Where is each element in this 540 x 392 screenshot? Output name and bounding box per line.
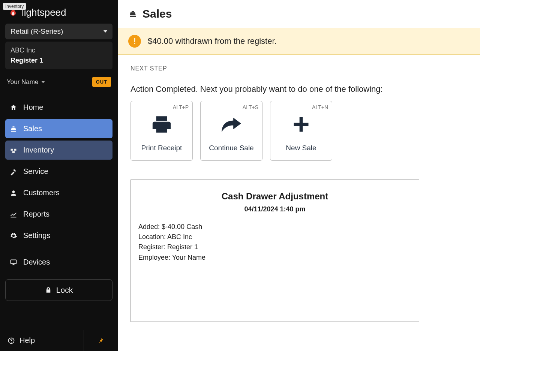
lock-button[interactable]: Lock <box>5 279 112 301</box>
register-icon <box>128 9 137 18</box>
chevron-down-icon <box>41 81 45 83</box>
help-icon <box>8 337 15 344</box>
register-name: Register 1 <box>10 55 107 66</box>
brand-name: lightspeed <box>22 7 66 18</box>
lock-label: Lock <box>56 286 73 295</box>
nav-label: Settings <box>23 231 50 240</box>
receipt-details: Added: $-40.00 Cash Location: ABC Inc Re… <box>138 222 411 262</box>
help-label: Help <box>20 336 35 345</box>
shortcut-label: ALT+P <box>173 104 189 110</box>
product-selector-label: Retail (R-Series) <box>10 27 63 36</box>
nav-home[interactable]: Home <box>5 98 112 117</box>
sidebar: Inventory lightspeed Retail (R-Series) A… <box>0 0 118 351</box>
nav-sales[interactable]: Sales <box>5 119 112 138</box>
printer-icon <box>151 105 172 144</box>
nav-label: Inventory <box>23 146 54 154</box>
receipt-datetime: 04/11/2024 1:40 pm <box>138 205 411 213</box>
svg-point-3 <box>12 190 15 193</box>
receipt-line-added: Added: $-40.00 Cash <box>138 222 411 232</box>
user-icon <box>10 189 18 197</box>
tooltip-inventory: Inventory <box>3 3 26 10</box>
divider <box>0 94 118 94</box>
forward-arrow-icon <box>220 105 243 144</box>
svg-rect-2 <box>12 151 15 153</box>
page-title: Sales <box>142 7 172 20</box>
monitor-icon <box>10 259 18 266</box>
clock-out-button[interactable]: OUT <box>92 77 111 87</box>
boxes-icon <box>10 147 18 154</box>
nav-label: Service <box>23 167 48 176</box>
nav-inventory[interactable]: Inventory <box>5 141 112 160</box>
nav-label: Customers <box>23 189 60 197</box>
plus-icon <box>291 105 311 144</box>
nav-service[interactable]: Service <box>5 162 112 181</box>
help-button[interactable]: Help <box>0 330 84 351</box>
pin-icon <box>98 337 104 344</box>
content: NEXT STEP Action Completed. Next you pro… <box>118 55 480 332</box>
alert-text: $40.00 withdrawn from the register. <box>148 36 277 46</box>
nav-settings[interactable]: Settings <box>5 226 112 245</box>
bottom-row: Help <box>0 330 118 351</box>
print-receipt-button[interactable]: ALT+P Print Receipt <box>130 101 193 161</box>
action-description: Action Completed. Next you probably want… <box>130 84 467 94</box>
chevron-down-icon <box>104 30 107 33</box>
svg-rect-5 <box>11 260 16 263</box>
nav-label: Devices <box>23 258 50 266</box>
nav-label: Home <box>23 103 43 112</box>
pin-button[interactable] <box>84 331 118 350</box>
new-sale-button[interactable]: ALT+N New Sale <box>270 101 332 161</box>
shortcut-label: ALT+N <box>312 104 328 110</box>
nav: Home Sales Inventory Service Customers <box>0 98 118 274</box>
home-icon <box>10 104 18 111</box>
action-label: Print Receipt <box>141 144 182 157</box>
store-register-box[interactable]: ABC Inc Register 1 <box>5 42 112 69</box>
receipt-panel: Cash Drawer Adjustment 04/11/2024 1:40 p… <box>130 180 419 322</box>
register-icon <box>10 125 18 133</box>
store-name: ABC Inc <box>10 45 107 55</box>
receipt-line-register: Register: Register 1 <box>138 242 411 252</box>
svg-point-9 <box>11 342 12 343</box>
action-label: Continue Sale <box>209 144 254 157</box>
chart-icon <box>10 211 18 218</box>
shortcut-label: ALT+S <box>243 104 258 110</box>
section-label: NEXT STEP <box>130 65 467 76</box>
user-menu[interactable]: Your Name <box>7 78 45 86</box>
main: Sales ! $40.00 withdrawn from the regist… <box>118 0 480 351</box>
nav-customers[interactable]: Customers <box>5 183 112 202</box>
gear-icon <box>10 232 18 239</box>
svg-rect-1 <box>14 148 16 150</box>
user-row: Your Name OUT <box>5 73 112 92</box>
action-label: New Sale <box>286 144 316 157</box>
receipt-title: Cash Drawer Adjustment <box>138 191 411 202</box>
nav-label: Reports <box>23 210 50 218</box>
lock-icon <box>45 287 52 293</box>
page-header: Sales <box>118 0 480 28</box>
receipt-line-employee: Employee: Your Name <box>138 253 411 262</box>
nav-devices[interactable]: Devices <box>5 253 112 272</box>
user-name-label: Your Name <box>7 78 38 86</box>
continue-sale-button[interactable]: ALT+S Continue Sale <box>200 101 262 161</box>
product-selector[interactable]: Retail (R-Series) <box>5 24 112 39</box>
nav-label: Sales <box>23 124 42 133</box>
svg-rect-0 <box>11 148 13 150</box>
receipt-line-location: Location: ABC Inc <box>138 232 411 242</box>
exclamation-icon: ! <box>128 35 141 48</box>
action-row: ALT+P Print Receipt ALT+S Continue Sale … <box>130 101 467 161</box>
nav-reports[interactable]: Reports <box>5 205 112 224</box>
alert-banner: ! $40.00 withdrawn from the register. <box>118 28 480 55</box>
hammer-icon <box>10 168 18 175</box>
